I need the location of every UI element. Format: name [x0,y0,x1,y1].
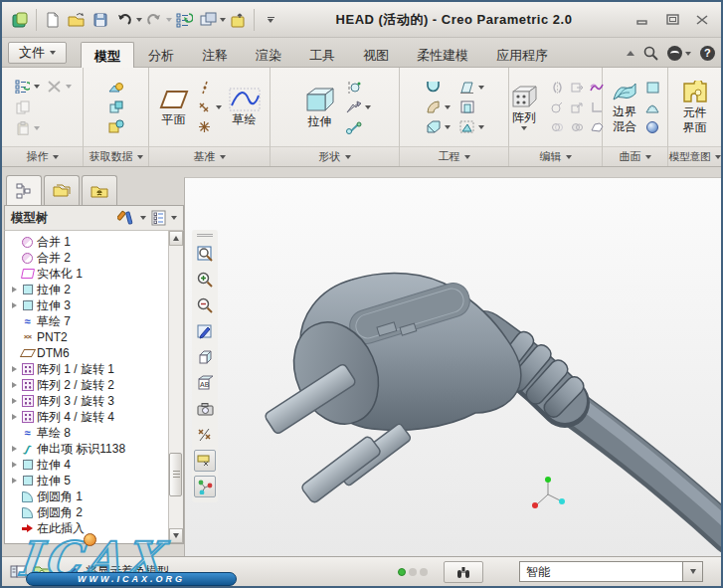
saved-views-button[interactable]: AB [194,372,216,394]
extend-button[interactable] [548,98,566,115]
open-file-button[interactable] [65,8,89,32]
expander-icon[interactable] [10,398,18,404]
snapshot-button[interactable] [194,398,216,420]
swept-blend-button[interactable] [345,118,363,135]
chamfer-button[interactable] [425,118,443,135]
copy-geometry-button[interactable] [107,98,125,115]
tree-item[interactable]: 在此插入 [5,520,168,536]
tree-item[interactable]: 实体化 1 [5,266,168,282]
minimize-button[interactable] [630,10,655,30]
navigator-toggle-icon[interactable] [10,564,27,579]
paste-button[interactable] [14,119,32,136]
group-label-operations[interactable]: 操作 [2,146,83,166]
close-button[interactable] [689,10,715,30]
expander-icon[interactable] [10,446,18,452]
folder-browser-tab[interactable] [44,175,80,205]
spin-center-button[interactable] [194,476,216,497]
tree-item[interactable]: 阵列 1 / 旋转 1 [5,361,168,377]
round-dropdown[interactable] [445,105,451,109]
pattern-dropdown[interactable] [521,126,527,130]
tree-settings-icon[interactable] [151,210,166,226]
freestyle-sphere-button[interactable] [643,118,661,135]
chamfer-dropdown[interactable] [445,125,451,129]
group-label-editing[interactable]: 编辑 [509,146,602,166]
zoom-fit-button[interactable] [194,243,216,265]
boundary-blend-button[interactable]: 边界 混合 [609,80,640,134]
zoom-out-button[interactable] [194,294,216,316]
regenerate-dropdown[interactable] [34,85,40,89]
component-interface-button[interactable]: 元件 界面 [678,79,712,135]
datum-axis-button[interactable] [196,79,214,96]
datum-point-dropdown[interactable] [216,105,222,109]
ribbon-tab[interactable]: 模型 [81,42,134,68]
expander-icon[interactable] [10,302,18,308]
sketch-button[interactable]: 草绘 [226,86,264,128]
draft-button[interactable] [458,79,476,96]
sweep-dropdown[interactable] [365,105,371,109]
tree-item[interactable]: 草绘 7 [5,313,168,329]
ribbon-tab[interactable]: 注释 [188,41,242,67]
restore-button[interactable] [659,10,685,30]
close-window-button[interactable] [226,8,250,32]
ribbon-tab[interactable]: 柔性建模 [403,41,482,67]
expander-icon[interactable] [10,478,18,484]
sweep-button[interactable] [345,98,363,115]
datum-point-button[interactable] [196,98,214,115]
draft-dropdown[interactable] [478,86,484,90]
group-label-datum[interactable]: 基准 [149,146,270,166]
trim-button[interactable] [568,79,586,96]
tree-item[interactable]: 倒圆角 1 [5,489,168,504]
style-button[interactable] [643,98,661,115]
search-icon[interactable] [643,46,658,61]
display-style-button[interactable] [194,346,216,368]
window-manager-button[interactable] [196,8,220,32]
community-icon[interactable] [667,46,682,61]
offset-button[interactable] [568,98,586,115]
scroll-track[interactable] [169,246,183,528]
datum-display-button[interactable] [194,424,216,446]
intersect-button[interactable] [568,118,586,135]
group-label-get-data[interactable]: 获取数据 [84,146,148,166]
scroll-up-button[interactable] [169,231,183,246]
tree-item[interactable]: 草绘 8 [5,425,168,441]
rib-dropdown[interactable] [478,125,484,129]
tree-item[interactable]: DTM6 [5,345,168,361]
tree-item[interactable]: 拉伸 3 [5,297,168,313]
graphics-area[interactable]: AB [184,177,723,556]
user-defined-feature-button[interactable] [107,80,125,97]
new-file-button[interactable] [41,8,65,32]
tree-tools-dropdown[interactable] [140,216,146,220]
find-button[interactable] [444,561,483,583]
tree-item[interactable]: 阵列 4 / 旋转 4 [5,409,168,425]
tree-item[interactable]: 合并 1 [5,234,168,250]
mirror-button[interactable] [548,79,566,96]
regenerate-button[interactable] [172,8,196,32]
scroll-down-button[interactable] [169,528,183,543]
round-button[interactable] [425,98,443,115]
delete-button[interactable] [46,78,64,95]
regenerate-model-button[interactable] [14,78,32,95]
tree-item[interactable]: 拉伸 5 [5,473,168,489]
browser-toggle-icon[interactable] [33,564,51,579]
ribbon-tab[interactable]: 应用程序 [482,41,562,67]
ribbon-tab[interactable]: 分析 [134,41,188,67]
selection-filter-value[interactable]: 智能 [519,561,683,582]
group-label-engineering[interactable]: 工程 [400,146,508,166]
copy-button[interactable] [14,98,32,115]
rib-button[interactable] [458,118,476,135]
project-button[interactable] [588,98,606,115]
thicken-button[interactable] [548,118,566,135]
pattern-button[interactable]: 阵列 [506,82,542,132]
tree-tools-icon[interactable] [117,210,135,226]
extrude-button[interactable]: 拉伸 [299,84,341,130]
undo-button[interactable] [112,8,136,32]
tree-settings-dropdown[interactable] [171,216,177,220]
fill-button[interactable] [643,79,661,96]
redo-button[interactable] [142,8,166,32]
shrinkwrap-button[interactable] [107,117,125,134]
group-label-model-intent[interactable]: 模型意图 [668,146,721,166]
scroll-thumb[interactable] [169,453,182,496]
annotation-display-button[interactable] [194,450,216,472]
toolbar-overflow-button[interactable] [259,8,282,32]
shell-button[interactable] [458,98,476,115]
